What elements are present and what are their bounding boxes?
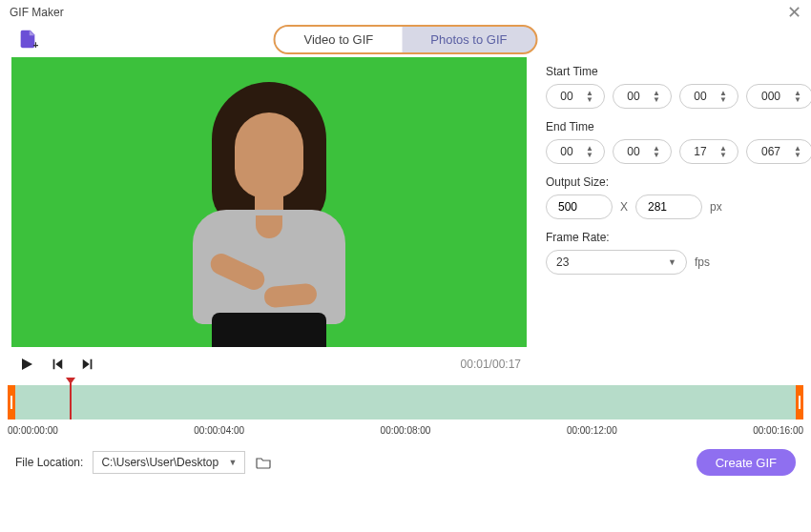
file-location-label: File Location: xyxy=(15,456,83,469)
start-minutes-stepper[interactable]: 00▲▼ xyxy=(613,84,672,109)
end-time-label: End Time xyxy=(546,120,811,133)
close-icon[interactable]: ✕ xyxy=(787,2,801,23)
prev-icon[interactable] xyxy=(48,355,67,374)
next-icon[interactable] xyxy=(78,355,97,374)
create-gif-button[interactable]: Create GIF xyxy=(697,449,796,476)
chevron-updown-icon[interactable]: ▲▼ xyxy=(715,90,732,103)
chevron-down-icon: ▼ xyxy=(668,257,676,267)
folder-icon[interactable] xyxy=(255,454,272,471)
playback-time: 00:01/00:17 xyxy=(461,358,521,371)
chevron-updown-icon[interactable]: ▲▼ xyxy=(789,90,806,103)
frame-rate-select[interactable]: 23 ▼ xyxy=(546,250,687,275)
file-location-select[interactable]: C:\Users\User\Desktop ▼ xyxy=(93,451,245,474)
mode-toggle: Video to GIF Photos to GIF xyxy=(274,25,538,54)
video-preview[interactable] xyxy=(11,57,527,347)
end-hours-stepper[interactable]: 00▲▼ xyxy=(546,139,605,164)
document-add-icon[interactable]: + xyxy=(17,29,38,50)
frame-rate-label: Frame Rate: xyxy=(546,231,811,244)
fps-unit: fps xyxy=(695,256,710,269)
presenter-figure xyxy=(169,80,369,347)
start-time-label: Start Time xyxy=(546,65,811,78)
timeline-track[interactable] xyxy=(8,385,803,419)
trim-handle-right[interactable] xyxy=(796,385,803,419)
chevron-updown-icon[interactable]: ▲▼ xyxy=(648,145,665,158)
output-size-label: Output Size: xyxy=(546,175,811,189)
tab-video-to-gif[interactable]: Video to GIF xyxy=(276,27,403,52)
tab-photos-to-gif[interactable]: Photos to GIF xyxy=(402,27,535,52)
chevron-updown-icon[interactable]: ▲▼ xyxy=(715,145,732,158)
dimension-separator: X xyxy=(620,200,628,214)
chevron-updown-icon[interactable]: ▲▼ xyxy=(789,145,806,158)
end-seconds-stepper[interactable]: 17▲▼ xyxy=(679,139,738,164)
trim-handle-left[interactable] xyxy=(8,385,15,419)
timeline-ticks: 00:00:00:00 00:00:04:00 00:00:08:00 00:0… xyxy=(8,425,803,436)
end-minutes-stepper[interactable]: 00▲▼ xyxy=(613,139,672,164)
chevron-updown-icon[interactable]: ▲▼ xyxy=(581,90,598,103)
chevron-down-icon: ▼ xyxy=(228,458,237,467)
window-title: GIF Maker xyxy=(10,6,64,19)
output-width-field[interactable] xyxy=(546,194,613,219)
start-seconds-stepper[interactable]: 00▲▼ xyxy=(679,84,738,109)
svg-text:+: + xyxy=(33,40,39,50)
chevron-updown-icon[interactable]: ▲▼ xyxy=(648,90,665,103)
end-ms-stepper[interactable]: 067▲▼ xyxy=(746,139,811,164)
start-ms-stepper[interactable]: 000▲▼ xyxy=(746,84,811,109)
play-icon[interactable] xyxy=(17,355,36,374)
output-height-field[interactable] xyxy=(635,194,702,219)
px-unit: px xyxy=(710,200,722,214)
start-hours-stepper[interactable]: 00▲▼ xyxy=(546,84,605,109)
chevron-updown-icon[interactable]: ▲▼ xyxy=(581,145,598,158)
